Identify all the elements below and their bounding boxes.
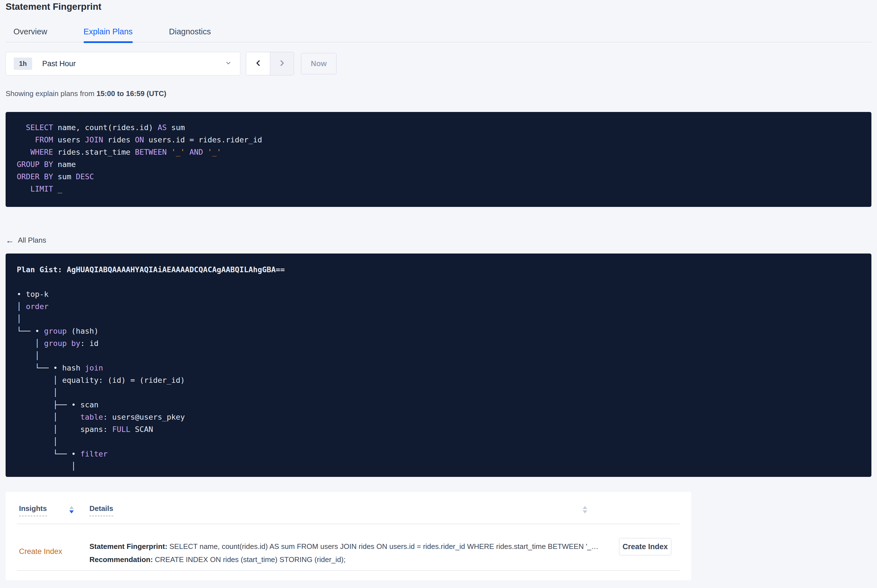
- sort-control-insights[interactable]: [69, 506, 74, 513]
- statement-fingerprint-line: Statement Fingerprint: SELECT name, coun…: [89, 540, 598, 553]
- all-plans-label: All Plans: [18, 236, 46, 244]
- statement-fingerprint-page: Statement Fingerprint Overview Explain P…: [0, 0, 877, 580]
- insight-type-link[interactable]: Create Index: [19, 547, 62, 556]
- sort-descending-icon: [583, 510, 587, 513]
- column-header-insights[interactable]: Insights: [19, 504, 47, 516]
- all-plans-link[interactable]: ← All Plans: [6, 236, 46, 244]
- insights-table-card: Insights Details Create Index Statement …: [6, 492, 691, 580]
- now-button[interactable]: Now: [301, 53, 337, 74]
- showing-range: 15:00 to 16:59 (UTC): [96, 89, 166, 98]
- create-index-button[interactable]: Create Index: [619, 538, 671, 555]
- insight-details-cell: Statement Fingerprint: SELECT name, coun…: [89, 540, 598, 566]
- sql-statement-block: SELECT name, count(rides.id) AS sum FROM…: [6, 112, 871, 207]
- sort-ascending-icon: [583, 506, 587, 509]
- tab-overview[interactable]: Overview: [14, 27, 47, 42]
- time-range-badge: 1h: [14, 57, 32, 70]
- plan-tree: • top-k │ order │ └── • group (hash) │ g…: [17, 288, 860, 472]
- showing-range-text: Showing explain plans from 15:00 to 16:5…: [6, 89, 871, 98]
- plan-gist-block: Plan Gist: AgHUAQIABQAAAAHYAQIAiAEAAAADC…: [6, 254, 871, 477]
- chevron-down-icon: [225, 60, 232, 68]
- table-header-divider: [17, 524, 680, 524]
- gist-spacer: [17, 276, 860, 288]
- statement-fingerprint-label: Statement Fingerprint:: [89, 542, 167, 550]
- statement-fingerprint-text: SELECT name, count(rides.id) AS sum FROM…: [167, 542, 599, 550]
- page-title: Statement Fingerprint: [6, 0, 871, 12]
- time-toolbar: 1h Past Hour Now: [6, 52, 871, 75]
- tab-diagnostics[interactable]: Diagnostics: [169, 27, 211, 42]
- recommendation-label: Recommendation:: [89, 555, 153, 564]
- chevron-right-icon: [278, 59, 286, 68]
- table-row-divider: [17, 570, 680, 571]
- time-range-dropdown[interactable]: 1h Past Hour: [6, 52, 240, 75]
- recommendation-text: CREATE INDEX ON rides (start_time) STORI…: [153, 555, 346, 564]
- sort-control-details[interactable]: [583, 506, 587, 513]
- time-pager: [246, 52, 294, 75]
- showing-prefix: Showing explain plans from: [6, 89, 96, 98]
- plan-gist-value: AgHUAQIABQAAAAHYAQIAiAEAAAADCQACAgAABQIL…: [67, 265, 285, 274]
- plan-gist-line: Plan Gist: AgHUAQIABQAAAAHYAQIAiAEAAAADC…: [17, 264, 860, 276]
- back-arrow-icon: ←: [6, 237, 14, 244]
- tab-explain-plans[interactable]: Explain Plans: [84, 27, 133, 42]
- sort-descending-icon: [69, 510, 74, 513]
- column-header-details[interactable]: Details: [89, 504, 113, 516]
- recommendation-line: Recommendation: CREATE INDEX ON rides (s…: [89, 553, 598, 566]
- sql-statement-text: SELECT name, count(rides.id) AS sum FROM…: [17, 122, 860, 195]
- tab-bar: Overview Explain Plans Diagnostics: [6, 27, 871, 42]
- plan-gist-label: Plan Gist:: [17, 265, 67, 274]
- previous-time-button[interactable]: [246, 52, 270, 75]
- chevron-left-icon: [254, 59, 262, 68]
- time-range-label: Past Hour: [42, 60, 225, 68]
- next-time-button[interactable]: [270, 52, 294, 75]
- sort-ascending-icon: [69, 506, 74, 509]
